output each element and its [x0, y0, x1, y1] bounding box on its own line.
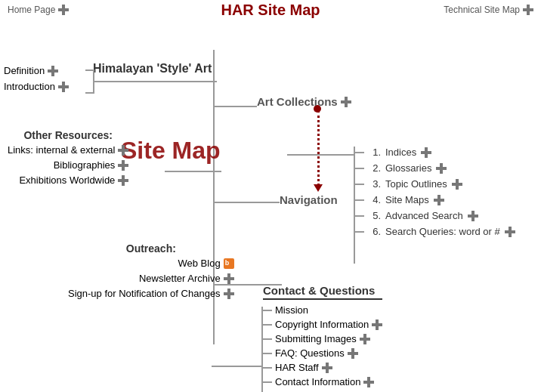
webblog-item[interactable]: Web Blog: [68, 258, 234, 269]
navigation-node[interactable]: Navigation: [280, 193, 338, 206]
signup-label: Sign-up for Notification of Changes: [68, 288, 221, 299]
links-icon: [118, 145, 128, 156]
art-collections-node[interactable]: Art Collections: [257, 95, 351, 108]
numbered-item[interactable]: 5.Advanced Search: [355, 210, 515, 221]
contact-item-label: FAQ: Questions: [275, 347, 345, 359]
bibliographies-label: Bibliographies: [54, 159, 116, 171]
exhibitions-icon: [118, 175, 128, 186]
top-bar: Home Page HAR Site Map Technical Site Ma…: [0, 0, 541, 20]
contact-item-label: Contact Information: [275, 376, 360, 387]
contact-item-label: HAR Staff: [275, 362, 319, 373]
art-collections-icon: [341, 97, 351, 107]
introduction-icon: [58, 82, 69, 92]
newsletter-label: Newsletter Archive: [139, 273, 221, 284]
h-connector: [355, 168, 364, 169]
webblog-label: Web Blog: [178, 258, 220, 269]
contact-item[interactable]: Mission: [263, 304, 382, 316]
h-connector: [355, 199, 364, 201]
h-line-other: [165, 171, 221, 172]
item-number: 1.: [369, 147, 381, 158]
contact-section: Contact & Questions MissionCopyright Inf…: [263, 284, 382, 390]
item-icon: [436, 163, 447, 174]
h-line-nav: [214, 202, 280, 203]
home-page-label: Home Page: [8, 5, 55, 15]
signup-icon: [224, 289, 234, 299]
contact-item-icon: [372, 319, 382, 330]
bibliographies-item[interactable]: Bibliographies: [8, 159, 128, 171]
definition-icon: [48, 66, 58, 76]
navigation-label: Navigation: [280, 193, 338, 206]
art-collections-label: Art Collections: [257, 95, 338, 108]
item-icon: [452, 179, 462, 190]
item-label: Search Queries: word or #: [385, 226, 500, 237]
numbered-item[interactable]: 1.Indices: [355, 147, 515, 158]
contact-item-label: Submitting Images: [275, 333, 357, 344]
dotted-line: [317, 110, 320, 186]
main-content: Site Map Art Collections Navigation Defi…: [0, 20, 541, 382]
item-number: 5.: [369, 210, 381, 221]
sitemap-title: Site Map: [121, 137, 221, 165]
blog-icon: [224, 258, 234, 269]
himalayan-section: Definition Introduction Himalayan 'Style…: [4, 65, 69, 92]
tech-cross-icon: [523, 5, 533, 15]
h-connector: [263, 324, 272, 326]
technical-site-map-link[interactable]: Technical Site Map: [444, 5, 533, 15]
page-title: HAR Site Map: [221, 2, 320, 19]
contact-item-label: Mission: [275, 304, 308, 316]
item-number: 2.: [369, 162, 381, 174]
contact-item[interactable]: HAR Staff: [263, 362, 382, 373]
h-connector: [355, 184, 364, 185]
tech-site-map-label: Technical Site Map: [444, 5, 520, 15]
contact-items-container: MissionCopyright InformationSubmitting I…: [263, 304, 382, 387]
numbered-item[interactable]: 2.Glossaries: [355, 162, 515, 174]
definition-item[interactable]: Definition: [4, 65, 69, 76]
exhibitions-label: Exhibitions Worldwide: [19, 174, 115, 186]
outreach-section: Outreach: Web Blog Newsletter Archive Si…: [68, 242, 234, 299]
numbered-item[interactable]: 6.Search Queries: word or #: [355, 226, 515, 237]
contact-item[interactable]: Submitting Images: [263, 333, 382, 344]
contact-item[interactable]: Contact Information: [263, 376, 382, 387]
h-connector: [263, 310, 272, 311]
introduction-label: Introduction: [4, 81, 55, 92]
contact-item[interactable]: Copyright Information: [263, 319, 382, 330]
item-icon: [505, 227, 515, 237]
numbered-list: 1.Indices2.Glossaries3.Topic Outlines4.S…: [355, 147, 515, 242]
h-line-himalayan: [94, 81, 217, 82]
item-icon: [468, 211, 478, 221]
item-label: Advanced Search: [385, 210, 463, 221]
contact-item[interactable]: FAQ: Questions: [263, 347, 382, 359]
main-vertical-line: [213, 50, 215, 344]
numbered-item[interactable]: 4.Site Maps: [355, 194, 515, 205]
introduction-item[interactable]: Introduction: [4, 81, 69, 92]
item-number: 3.: [369, 178, 381, 190]
h-connector: [263, 353, 272, 354]
exhibitions-item[interactable]: Exhibitions Worldwide: [8, 174, 128, 186]
other-resources-section: Other Resources: Links: internal & exter…: [8, 129, 128, 186]
item-label: Topic Outlines: [385, 178, 447, 190]
item-icon: [434, 195, 444, 205]
h-connector: [263, 367, 272, 369]
home-page-link[interactable]: Home Page: [8, 5, 69, 15]
h-connector: [263, 381, 272, 383]
links-label: Links: internal & external: [8, 144, 115, 156]
h-connector: [355, 152, 364, 153]
h-line-art: [214, 106, 257, 107]
h-connector: [355, 215, 364, 217]
item-label: Glossaries: [385, 162, 431, 174]
h-connector: [355, 231, 364, 233]
newsletter-item[interactable]: Newsletter Archive: [68, 273, 234, 284]
signup-item[interactable]: Sign-up for Notification of Changes: [68, 288, 234, 299]
links-item[interactable]: Links: internal & external: [8, 144, 128, 156]
himalayan-title: Himalayan 'Style' Art: [93, 62, 212, 76]
newsletter-icon: [224, 273, 234, 284]
definition-label: Definition: [4, 65, 45, 76]
numbered-item[interactable]: 3.Topic Outlines: [355, 178, 515, 190]
item-number: 4.: [369, 194, 381, 205]
numbered-v-line: [354, 147, 355, 264]
h-connector: [263, 338, 272, 340]
contact-item-icon: [322, 363, 332, 373]
arrow-down: [314, 184, 323, 192]
contact-item-icon: [360, 334, 370, 344]
contact-v-line: [261, 307, 263, 392]
other-resources-title: Other Resources:: [8, 129, 128, 141]
